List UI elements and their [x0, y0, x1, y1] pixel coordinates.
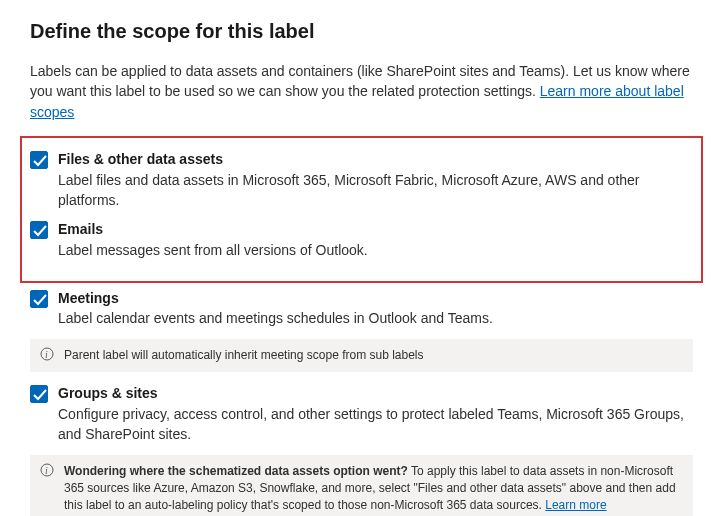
scope-item-files: Files & other data assets Label files an…	[30, 150, 693, 210]
info-icon: i	[40, 463, 54, 477]
scope-desc: Label files and data assets in Microsoft…	[58, 170, 693, 211]
scope-item-meetings: Meetings Label calendar events and meeti…	[30, 289, 693, 329]
intro-text: Labels can be applied to data assets and…	[30, 61, 693, 122]
svg-text:i: i	[45, 465, 48, 476]
learn-more-schema-link[interactable]: Learn more	[545, 498, 606, 512]
scope-desc: Label calendar events and meetings sched…	[58, 308, 693, 328]
scope-desc: Configure privacy, access control, and o…	[58, 404, 693, 445]
info-bar-meetings: i Parent label will automatically inheri…	[30, 339, 693, 372]
info-text: Parent label will automatically inherit …	[64, 348, 424, 362]
checkbox-meetings[interactable]	[30, 290, 48, 308]
checkmark-icon	[32, 223, 48, 239]
checkbox-groups[interactable]	[30, 385, 48, 403]
info-icon: i	[40, 347, 54, 361]
checkmark-icon	[32, 153, 48, 169]
checkbox-files[interactable]	[30, 151, 48, 169]
scope-label: Groups & sites	[58, 384, 693, 403]
scope-label: Files & other data assets	[58, 150, 693, 169]
scope-desc: Label messages sent from all versions of…	[58, 240, 693, 260]
scope-label: Emails	[58, 220, 693, 239]
highlighted-scope-group: Files & other data assets Label files an…	[20, 136, 703, 283]
info-bar-schema: i Wondering where the schematized data a…	[30, 455, 693, 516]
scope-item-groups: Groups & sites Configure privacy, access…	[30, 384, 693, 444]
info-lead: Wondering where the schematized data ass…	[64, 464, 408, 478]
svg-text:i: i	[45, 349, 48, 360]
checkmark-icon	[32, 292, 48, 308]
checkmark-icon	[32, 387, 48, 403]
checkbox-emails[interactable]	[30, 221, 48, 239]
scope-label: Meetings	[58, 289, 693, 308]
scope-item-emails: Emails Label messages sent from all vers…	[30, 220, 693, 260]
page-title: Define the scope for this label	[30, 20, 693, 43]
